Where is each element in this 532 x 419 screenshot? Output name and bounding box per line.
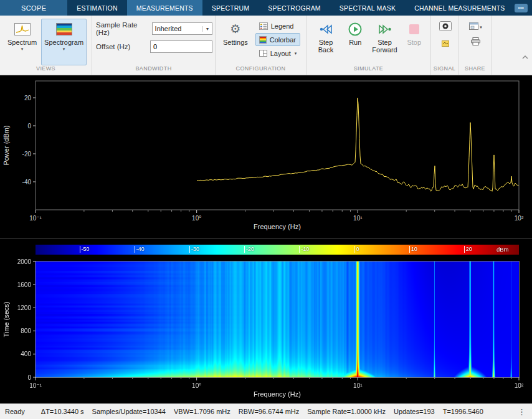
- tab-spectral-mask[interactable]: SPECTRAL MASK: [330, 0, 405, 16]
- sample-rate-value: Inherited: [153, 25, 202, 32]
- svg-text:Frequency (Hz): Frequency (Hz): [254, 223, 301, 230]
- tab-estimation[interactable]: ESTIMATION: [67, 0, 126, 16]
- tab-spectrum[interactable]: SPECTRUM: [202, 0, 259, 16]
- section-label-share: SHARE: [458, 65, 492, 75]
- status-items: ΔT=10.3440 s Samples/Update=10344 VBW=1.…: [41, 408, 483, 415]
- section-bandwidth: Sample Rate (Hz) Inherited ▾ Offset (Hz)…: [92, 16, 216, 75]
- print-button[interactable]: [471, 37, 480, 48]
- spectrogram-heatmap[interactable]: [36, 261, 519, 377]
- signal-generator-icon[interactable]: [442, 38, 449, 49]
- stop-button[interactable]: Stop: [401, 19, 428, 65]
- offset-label: Offset (Hz): [96, 43, 150, 50]
- svg-text:10⁻¹: 10⁻¹: [29, 215, 42, 222]
- svg-text:400: 400: [21, 351, 31, 357]
- spectrum-display: 200-20-4010⁻¹10⁰10¹10²Frequency (Hz)Powe…: [0, 75, 532, 238]
- section-views: Spectrum ▾ Spectrogram ▾ VIEWS: [0, 16, 92, 75]
- step-back-icon: [319, 21, 333, 37]
- chevron-down-icon: ▾: [202, 26, 212, 32]
- section-simulate: Step Back Run Step Forward: [306, 16, 431, 75]
- svg-text:10⁰: 10⁰: [192, 382, 201, 389]
- svg-text:-40: -40: [22, 179, 32, 186]
- colorbar-label: Colorbar: [270, 36, 296, 44]
- tab-bar: SCOPE ESTIMATION MEASUREMENTS SPECTRUM S…: [0, 0, 532, 16]
- svg-text:0: 0: [27, 374, 31, 381]
- copy-display-button[interactable]: ▾: [469, 21, 482, 32]
- section-label-signal: SIGNAL: [431, 65, 458, 75]
- signal-scope-icon[interactable]: [439, 21, 452, 34]
- spectrogram-view-button[interactable]: Spectrogram ▾: [41, 19, 87, 65]
- svg-text:10²: 10²: [515, 382, 524, 389]
- svg-text:1600: 1600: [17, 281, 32, 288]
- run-icon: [348, 21, 363, 37]
- toolstrip-collapse-icon[interactable]: [521, 51, 529, 62]
- layout-button[interactable]: Layout ▾: [255, 47, 301, 60]
- status-ready: Ready: [0, 408, 25, 415]
- gear-icon: ⚙: [230, 21, 240, 37]
- section-label-views: VIEWS: [0, 65, 92, 75]
- toolstrip: Spectrum ▾ Spectrogram ▾ VIEWS Sample Ra…: [0, 16, 532, 75]
- legend-icon: [259, 22, 268, 30]
- stop-icon: [409, 21, 420, 37]
- spectrum-analyzer-window: SCOPE ESTIMATION MEASUREMENTS SPECTRUM S…: [0, 0, 532, 419]
- spectrogram-display: dBm -50-40-30-20-1001020 040080012001600…: [0, 238, 532, 403]
- spectrum-plot[interactable]: 200-20-4010⁻¹10⁰10¹10²Frequency (Hz)Powe…: [0, 75, 532, 238]
- chevron-down-icon: ▾: [295, 51, 297, 56]
- section-label-configuration: CONFIGURATION: [216, 65, 306, 75]
- svg-text:Time (secs): Time (secs): [2, 301, 10, 337]
- tab-spectrogram[interactable]: SPECTROGRAM: [259, 0, 330, 16]
- settings-label: Settings: [223, 39, 248, 46]
- offset-input[interactable]: [150, 40, 212, 53]
- settings-button[interactable]: ⚙ Settings: [220, 19, 251, 65]
- svg-text:Power (dBm): Power (dBm): [2, 125, 10, 165]
- sample-rate-combobox[interactable]: Inherited ▾: [152, 22, 212, 35]
- svg-text:1200: 1200: [17, 304, 32, 311]
- svg-text:10¹: 10¹: [353, 215, 363, 222]
- run-label: Run: [349, 39, 361, 46]
- spectrogram-view-label: Spectrogram: [44, 39, 83, 46]
- status-item: Samples/Update=10344: [92, 408, 166, 415]
- svg-text:800: 800: [21, 327, 31, 334]
- spectrum-view-button[interactable]: Spectrum ▾: [4, 19, 40, 65]
- layout-icon: [259, 50, 267, 57]
- status-item: VBW=1.7096 mHz: [174, 408, 230, 415]
- tab-measurements[interactable]: MEASUREMENTS: [127, 0, 202, 16]
- step-back-label: Step Back: [313, 39, 338, 54]
- status-item: ΔT=10.3440 s: [41, 408, 84, 415]
- tab-channel-measurements[interactable]: CHANNEL MEASUREMENTS: [405, 0, 514, 16]
- step-back-button[interactable]: Step Back: [311, 19, 341, 65]
- section-signal: SIGNAL: [431, 16, 458, 75]
- chevron-down-icon: ▾: [21, 47, 24, 52]
- run-button[interactable]: Run: [342, 19, 369, 65]
- status-bar: Ready ΔT=10.3440 s Samples/Update=10344 …: [0, 403, 532, 419]
- legend-label: Legend: [271, 22, 294, 30]
- section-label-bandwidth: BANDWIDTH: [92, 65, 215, 75]
- svg-text:10¹: 10¹: [353, 382, 363, 389]
- spectrum-view-icon: [14, 21, 31, 37]
- svg-text:10²: 10²: [515, 215, 524, 222]
- stop-label: Stop: [407, 39, 421, 46]
- step-forward-button[interactable]: Step Forward: [370, 19, 400, 65]
- step-forward-label: Step Forward: [371, 39, 399, 54]
- svg-text:2000: 2000: [17, 258, 32, 265]
- svg-text:0: 0: [27, 123, 31, 129]
- legend-toggle[interactable]: Legend: [255, 19, 301, 32]
- svg-text:10⁰: 10⁰: [192, 215, 201, 222]
- sample-rate-label: Sample Rate (Hz): [96, 21, 152, 36]
- copy-display-icon: [469, 21, 478, 32]
- svg-text:20: 20: [24, 95, 32, 101]
- status-item: RBW=96.6744 mHz: [239, 408, 300, 415]
- layout-label: Layout: [270, 50, 291, 57]
- toolstrip-filler: [492, 16, 532, 75]
- status-menu-icon[interactable]: ⋮: [511, 407, 532, 417]
- section-label-simulate: SIMULATE: [306, 65, 430, 75]
- section-configuration: ⚙ Settings Legend Colorbar: [216, 16, 306, 75]
- section-share: ▾ SHARE: [458, 16, 492, 75]
- svg-text:Frequency (Hz): Frequency (Hz): [254, 390, 301, 398]
- colorbar-toggle[interactable]: Colorbar: [255, 33, 301, 46]
- spectrogram-view-icon: [56, 21, 72, 37]
- colorbar: [36, 245, 519, 255]
- svg-text:-20: -20: [22, 151, 32, 158]
- tabbar-overflow-button[interactable]: •••: [515, 4, 528, 12]
- tab-scope[interactable]: SCOPE: [0, 0, 67, 16]
- spectrum-view-label: Spectrum: [7, 39, 37, 46]
